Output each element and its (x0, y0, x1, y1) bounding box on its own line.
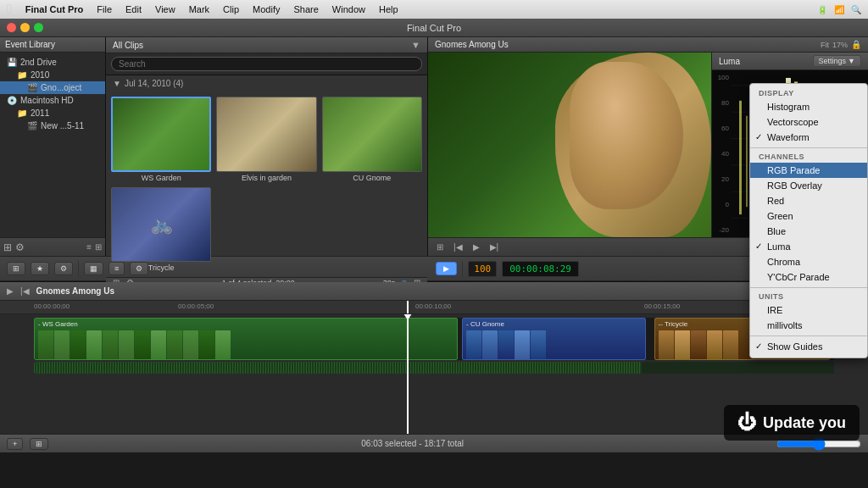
clip-ws-garden[interactable]: - WS Garden (34, 318, 458, 360)
dropdown-histogram[interactable]: Histogram (750, 99, 867, 114)
dropdown-vectorscope[interactable]: Vectorscope (750, 114, 867, 130)
drive-item-2nd[interactable]: 💾 2nd Drive (0, 56, 105, 69)
settings-button[interactable]: Settings ▼ (813, 55, 861, 67)
ws-garden-label: - WS Garden (38, 320, 78, 328)
timeline-play-btn[interactable]: ▶ (7, 286, 14, 296)
clips-date-header: ▼ Jul 14, 2010 (4) (106, 75, 427, 92)
monitor-header-right: Fit 17% 🔒 (821, 40, 861, 49)
tricycle-thumbnails (659, 330, 738, 360)
ruler-mark-0: 00:00:00;00 (34, 302, 70, 310)
menu-view[interactable]: View (155, 4, 175, 14)
dropdown-red[interactable]: Red (750, 193, 867, 208)
toolbar-settings-btn[interactable]: ⚙ (130, 262, 148, 275)
menu-window[interactable]: Window (332, 4, 365, 14)
menu-modify[interactable]: Modify (253, 4, 280, 14)
el-tool-btn-2[interactable]: ⚙ (15, 241, 25, 253)
project-item-gno[interactable]: 🎬 Gno...oject (0, 81, 105, 94)
dropdown-rgb-parade[interactable]: RGB Parade (750, 163, 867, 178)
toolbar-separator-1 (78, 261, 79, 276)
ruler-playhead (407, 301, 409, 314)
ruler-mark-2: 00:00:10;00 (415, 302, 451, 310)
toolbar-btn-2[interactable]: ★ (31, 262, 49, 275)
folder-item-2010[interactable]: 📁 2010 (0, 69, 105, 81)
monitor-area: Luma Settings ▼ 100 80 60 40 20 0 -20 (428, 53, 868, 237)
clip-item-ws[interactable]: WS Garden (111, 97, 211, 182)
monitor-next-btn[interactable]: ▶| (487, 241, 503, 252)
minimize-button[interactable] (20, 23, 30, 32)
tricycle-graphic: 🚲 (150, 214, 173, 236)
menu-help[interactable]: Help (379, 4, 398, 14)
drive-item-mac[interactable]: 💿 Macintosh HD (0, 94, 105, 107)
clip-item-tricycle[interactable]: 🚲 Tricycle (111, 187, 211, 273)
clip-label-gnome: CU Gnome (322, 174, 422, 182)
monitor-fit-btn[interactable]: ⊞ (433, 241, 447, 252)
search-icon[interactable]: 🔍 (851, 5, 861, 14)
dropdown-luma[interactable]: Luma (750, 239, 867, 254)
close-button[interactable] (7, 23, 16, 32)
folder-icon-2: 📁 (17, 108, 27, 118)
dropdown-show-guides[interactable]: Show Guides (750, 339, 867, 354)
search-input[interactable] (111, 57, 422, 71)
menu-clip[interactable]: Clip (223, 4, 239, 14)
clips-grid: WS Garden Elvis in garden CU Gnome 🚲 (106, 92, 427, 277)
update-text: Update you (763, 414, 846, 432)
dropdown-chroma[interactable]: Chroma (750, 254, 867, 269)
clips-header-icon: ▼ (411, 40, 420, 50)
dropdown-millivolts[interactable]: millivolts (750, 318, 867, 333)
clip-item-elvis[interactable]: Elvis in garden (216, 97, 316, 182)
display-section-header: DISPLAY (750, 87, 867, 99)
monitor-play-btn[interactable]: ▶ (470, 241, 483, 252)
ruler-mark-1: 00:00:05;00 (178, 302, 214, 310)
menu-share[interactable]: Share (293, 4, 318, 14)
event-library-title: Event Library (5, 40, 55, 49)
timeline-header: ▶ |◀ Gnomes Among Us ◀ ▶ ⚙ (0, 282, 868, 301)
date-triangle: ▼ (113, 79, 121, 88)
audio-track (34, 362, 834, 374)
project-icon: 🎬 (27, 83, 37, 92)
clip-item-gnome[interactable]: CU Gnome (322, 97, 422, 182)
clips-browser-panel: All Clips ▼ ▼ Jul 14, 2010 (4) WS Garden (106, 37, 428, 256)
add-track-btn[interactable]: + (7, 438, 23, 450)
el-view-btn-2[interactable]: ⊞ (95, 242, 102, 252)
toolbar-btn-1[interactable]: ⊞ (7, 262, 25, 275)
apple-menu[interactable]:  (7, 2, 12, 17)
timeline-prev-btn[interactable]: |◀ (20, 286, 30, 296)
lock-icon[interactable]: 🔒 (851, 40, 861, 49)
monitor-header: Gnomes Among Us Fit 17% 🔒 (428, 37, 868, 53)
status-info: 06:03 selected - 18:17 total (55, 439, 770, 448)
maximize-button[interactable] (34, 23, 43, 32)
dropdown-green[interactable]: Green (750, 208, 867, 224)
event-library-panel: Event Library 💾 2nd Drive 📁 2010 🎬 Gno..… (0, 37, 106, 256)
battery-icon: 🔋 (817, 5, 827, 14)
dropdown-blue[interactable]: Blue (750, 224, 867, 239)
folder-item-2011[interactable]: 📁 2011 (0, 107, 105, 119)
clip-thumb-ws (111, 97, 211, 172)
clips-header-title: All Clips (113, 41, 143, 50)
dropdown-ire[interactable]: IRE (750, 302, 867, 318)
folder-icon: 📁 (17, 70, 27, 80)
dropdown-waveform[interactable]: Waveform (750, 130, 867, 145)
app-name-menu[interactable]: Final Cut Pro (25, 4, 83, 14)
menu-file[interactable]: File (97, 4, 112, 14)
snapping-btn[interactable]: ⊞ (30, 438, 48, 450)
menu-mark[interactable]: Mark (189, 4, 209, 14)
fit-label: Fit (821, 41, 829, 49)
clip-cu-gnome[interactable]: - CU Gnome (462, 318, 646, 360)
wifi-icon: 📶 (834, 5, 844, 14)
monitor-title: Gnomes Among Us (435, 40, 509, 49)
dropdown-ycbcr-parade[interactable]: Y'CbCr Parade (750, 269, 867, 285)
power-icon: ⏻ (737, 412, 756, 434)
toolbar-btn-3[interactable]: ⚙ (54, 262, 73, 275)
dropdown-rgb-overlay[interactable]: RGB Overlay (750, 178, 867, 193)
cursor-tool-btn[interactable]: ▶ (436, 262, 457, 275)
toolbar-list-btn[interactable]: ≡ (108, 262, 125, 275)
el-view-btn-1[interactable]: ≡ (86, 242, 92, 252)
menu-edit[interactable]: Edit (125, 4, 142, 14)
toolbar-view-btn[interactable]: ▦ (84, 262, 103, 275)
hd-icon: 💿 (7, 96, 17, 105)
project-item-new[interactable]: 🎬 New ...5-11 (0, 119, 105, 132)
update-overlay: ⏻ Update you (724, 405, 860, 441)
scope-luma-label: Luma (719, 57, 740, 66)
monitor-prev-btn[interactable]: |◀ (450, 241, 466, 252)
el-tool-btn-1[interactable]: ⊞ (3, 241, 12, 253)
